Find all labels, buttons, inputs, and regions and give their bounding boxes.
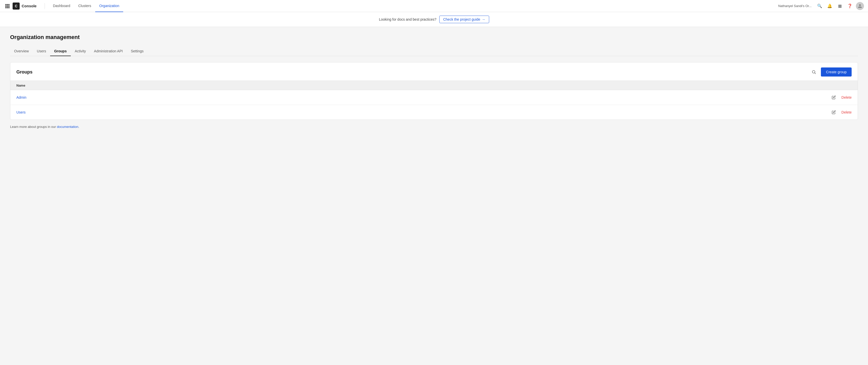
groups-card: Groups Create group Name Admin Delete <box>10 62 858 120</box>
table-icon[interactable]: ▦ <box>836 2 844 10</box>
banner-text: Looking for docs and best practices? <box>379 18 436 22</box>
search-groups-button[interactable] <box>809 67 818 76</box>
create-group-button[interactable]: Create group <box>821 67 851 76</box>
tab-activity[interactable]: Activity <box>71 46 90 56</box>
grid-icon[interactable] <box>4 3 10 9</box>
table-row: Admin Delete <box>10 90 858 105</box>
svg-rect-8 <box>8 7 9 8</box>
tab-groups[interactable]: Groups <box>50 46 71 56</box>
tab-overview[interactable]: Overview <box>10 46 33 56</box>
search-icon[interactable]: 🔍 <box>816 2 824 10</box>
svg-rect-5 <box>8 5 9 7</box>
column-name-label: Name <box>17 84 25 87</box>
nav-link-organization[interactable]: Organization <box>95 0 123 12</box>
row-actions-users: Delete <box>830 108 851 116</box>
org-name: Nathanyel Sandi's Or... <box>778 4 812 8</box>
svg-rect-4 <box>7 5 8 7</box>
svg-rect-3 <box>5 5 6 7</box>
tab-users[interactable]: Users <box>33 46 50 56</box>
docs-banner: Looking for docs and best practices? Che… <box>0 12 868 27</box>
svg-rect-0 <box>5 4 6 5</box>
tab-settings[interactable]: Settings <box>127 46 148 56</box>
edit-users-button[interactable] <box>830 108 838 116</box>
svg-rect-7 <box>7 7 8 8</box>
help-icon[interactable]: ❓ <box>846 2 854 10</box>
project-guide-link[interactable]: Check the project guide → <box>439 15 489 23</box>
bell-icon[interactable]: 🔔 <box>826 2 834 10</box>
footer-note: Learn more about groups in our documenta… <box>10 125 858 129</box>
table-row: Users Delete <box>10 105 858 120</box>
edit-admin-button[interactable] <box>830 94 838 101</box>
nav-links: Dashboard Clusters Organization <box>49 0 123 12</box>
nav-link-dashboard[interactable]: Dashboard <box>49 0 74 12</box>
nav-divider <box>44 3 45 9</box>
page-content: Organization management Overview Users G… <box>0 27 868 136</box>
svg-point-9 <box>812 70 815 73</box>
svg-rect-2 <box>8 4 9 5</box>
group-name-admin[interactable]: Admin <box>17 95 830 99</box>
card-title: Groups <box>17 69 32 75</box>
nav-right: Nathanyel Sandi's Or... 🔍 🔔 ▦ ❓ <box>778 2 864 10</box>
app-logo: C <box>12 2 20 9</box>
row-actions-admin: Delete <box>830 94 851 101</box>
sub-tabs: Overview Users Groups Activity Administr… <box>10 46 858 56</box>
delete-users-button[interactable]: Delete <box>842 110 851 114</box>
svg-rect-6 <box>5 7 6 8</box>
group-name-users[interactable]: Users <box>17 110 830 114</box>
svg-rect-1 <box>7 4 8 5</box>
card-toolbar: Create group <box>809 67 851 76</box>
tab-administration-api[interactable]: Administration API <box>90 46 127 56</box>
page-title: Organization management <box>10 34 858 40</box>
documentation-link[interactable]: documentation <box>57 125 78 129</box>
avatar[interactable] <box>856 2 864 10</box>
app-name: Console <box>22 4 36 8</box>
nav-left: C Console Dashboard Clusters Organizatio… <box>4 0 123 12</box>
svg-line-10 <box>815 73 816 74</box>
table-header: Name <box>10 80 858 90</box>
topnav: C Console Dashboard Clusters Organizatio… <box>0 0 868 12</box>
card-header: Groups Create group <box>10 62 858 80</box>
nav-link-clusters[interactable]: Clusters <box>74 0 95 12</box>
delete-admin-button[interactable]: Delete <box>842 95 851 99</box>
